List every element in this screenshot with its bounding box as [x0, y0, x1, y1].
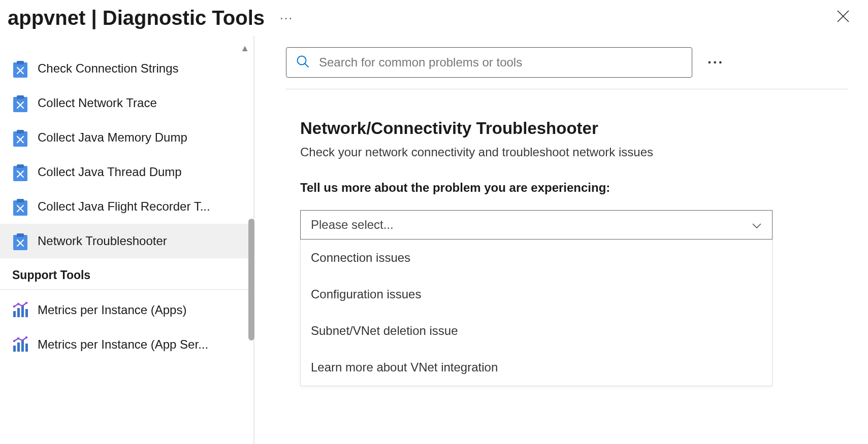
- dropdown-option-learn-vnet-integration[interactable]: Learn more about VNet integration: [301, 349, 772, 386]
- sidebar-item-metrics-app-service[interactable]: Metrics per Instance (App Ser...: [0, 327, 253, 362]
- sidebar-item-metrics-apps[interactable]: Metrics per Instance (Apps): [0, 293, 253, 327]
- sidebar-item-label: Network Troubleshooter: [38, 234, 167, 248]
- dropdown-option-connection-issues[interactable]: Connection issues: [301, 240, 772, 276]
- search-input[interactable]: [319, 55, 683, 70]
- dropdown-option-configuration-issues[interactable]: Configuration issues: [301, 276, 772, 313]
- header-more-button[interactable]: ···: [280, 11, 293, 25]
- tools-icon: [12, 129, 28, 146]
- metrics-icon: [12, 302, 28, 318]
- problem-dropdown: Connection issues Configuration issues S…: [300, 240, 773, 386]
- close-icon: [837, 10, 850, 23]
- tools-icon: [12, 233, 28, 249]
- sidebar-item-label: Metrics per Instance (App Ser...: [38, 337, 208, 352]
- sidebar-item-label: Collect Java Flight Recorder T...: [38, 199, 210, 214]
- sidebar-item-label: Metrics per Instance (Apps): [38, 303, 186, 317]
- sidebar-item-collect-java-thread-dump[interactable]: Collect Java Thread Dump: [0, 155, 253, 189]
- tools-icon: [12, 95, 28, 111]
- svg-line-15: [305, 64, 309, 67]
- select-placeholder: Please select...: [311, 218, 394, 232]
- sidebar-item-network-troubleshooter[interactable]: Network Troubleshooter: [0, 224, 253, 258]
- page-title: appvnet | Diagnostic Tools: [8, 7, 265, 29]
- main-more-button[interactable]: ···: [708, 54, 724, 71]
- tools-icon: [12, 198, 28, 215]
- tools-icon: [12, 164, 28, 180]
- scroll-up-icon[interactable]: ▲: [240, 43, 249, 54]
- sidebar: ▲ Check Connection Strings Collect Netwo…: [0, 36, 254, 444]
- problem-select[interactable]: Please select...: [300, 210, 773, 240]
- content-subtitle: Check your network connectivity and trou…: [300, 145, 833, 159]
- search-box[interactable]: [286, 47, 692, 78]
- main-panel: ··· Network/Connectivity Troubleshooter …: [254, 36, 868, 444]
- sidebar-item-collect-java-memory-dump[interactable]: Collect Java Memory Dump: [0, 120, 253, 155]
- dropdown-option-subnet-vnet-deletion[interactable]: Subnet/VNet deletion issue: [301, 313, 772, 349]
- sidebar-item-collect-network-trace[interactable]: Collect Network Trace: [0, 86, 253, 120]
- sidebar-item-collect-java-flight-recorder[interactable]: Collect Java Flight Recorder T...: [0, 189, 253, 224]
- scrollbar-thumb[interactable]: [248, 219, 254, 340]
- chevron-down-icon: [752, 218, 762, 232]
- sidebar-item-label: Check Connection Strings: [38, 61, 178, 76]
- sidebar-item-label: Collect Network Trace: [38, 96, 157, 110]
- content-title: Network/Connectivity Troubleshooter: [300, 119, 833, 138]
- sidebar-item-label: Collect Java Memory Dump: [38, 130, 187, 145]
- close-button[interactable]: [828, 6, 858, 30]
- tools-icon: [12, 60, 28, 77]
- search-icon: [296, 54, 310, 71]
- sidebar-item-check-connection-strings[interactable]: Check Connection Strings: [0, 51, 253, 86]
- sidebar-item-label: Collect Java Thread Dump: [38, 165, 182, 179]
- sidebar-section-header: Support Tools: [0, 258, 253, 290]
- metrics-icon: [12, 336, 28, 353]
- header: appvnet | Diagnostic Tools ···: [0, 0, 868, 36]
- prompt-label: Tell us more about the problem you are e…: [300, 181, 833, 195]
